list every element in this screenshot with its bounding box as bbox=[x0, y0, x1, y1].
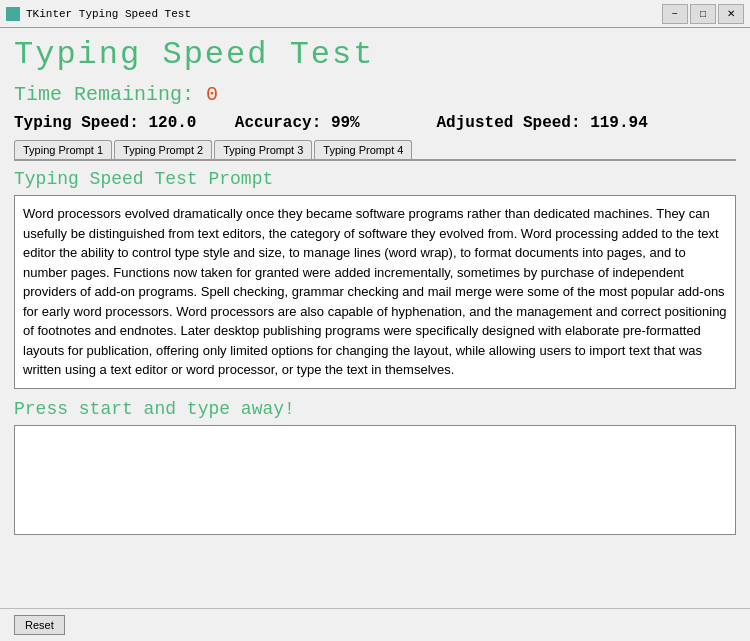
tab-prompt-2[interactable]: Typing Prompt 2 bbox=[114, 140, 212, 159]
prompt-title: Typing Speed Test Prompt bbox=[14, 169, 736, 189]
prompt-text-box: Word processors evolved dramatically onc… bbox=[14, 195, 736, 389]
title-bar-left: TKinter Typing Speed Test bbox=[6, 7, 191, 21]
time-remaining-row: Time Remaining: 0 bbox=[14, 83, 736, 106]
minimize-button[interactable]: − bbox=[662, 4, 688, 24]
bottom-bar: Reset bbox=[0, 608, 750, 641]
main-window: TKinter Typing Speed Test − □ ✕ Typing S… bbox=[0, 0, 750, 641]
time-label: Time Remaining: bbox=[14, 83, 194, 106]
app-icon bbox=[6, 7, 20, 21]
adjusted-label: Adjusted Speed: bbox=[437, 114, 581, 132]
stats-row: Typing Speed: 120.0 Accuracy: 99% Adjust… bbox=[14, 114, 736, 132]
window-title: TKinter Typing Speed Test bbox=[26, 8, 191, 20]
prompt-text: Word processors evolved dramatically onc… bbox=[23, 206, 727, 377]
speed-value: 120.0 bbox=[148, 114, 196, 132]
adjusted-value: 119.94 bbox=[590, 114, 648, 132]
accuracy-value: 99% bbox=[331, 114, 360, 132]
content-area: Typing Speed Test Time Remaining: 0 Typi… bbox=[0, 28, 750, 608]
close-button[interactable]: ✕ bbox=[718, 4, 744, 24]
accuracy-label: Accuracy: bbox=[235, 114, 321, 132]
time-value: 0 bbox=[206, 83, 218, 106]
tab-prompt-4[interactable]: Typing Prompt 4 bbox=[314, 140, 412, 159]
tab-prompt-3[interactable]: Typing Prompt 3 bbox=[214, 140, 312, 159]
title-bar-controls: − □ ✕ bbox=[662, 4, 744, 24]
press-start-label: Press start and type away! bbox=[14, 399, 736, 419]
maximize-button[interactable]: □ bbox=[690, 4, 716, 24]
typing-input[interactable] bbox=[14, 425, 736, 535]
speed-label: Typing Speed: bbox=[14, 114, 139, 132]
tab-prompt-1[interactable]: Typing Prompt 1 bbox=[14, 140, 112, 159]
reset-button[interactable]: Reset bbox=[14, 615, 65, 635]
tabs-row: Typing Prompt 1 Typing Prompt 2 Typing P… bbox=[14, 140, 736, 161]
title-bar: TKinter Typing Speed Test − □ ✕ bbox=[0, 0, 750, 28]
app-heading: Typing Speed Test bbox=[14, 36, 736, 73]
